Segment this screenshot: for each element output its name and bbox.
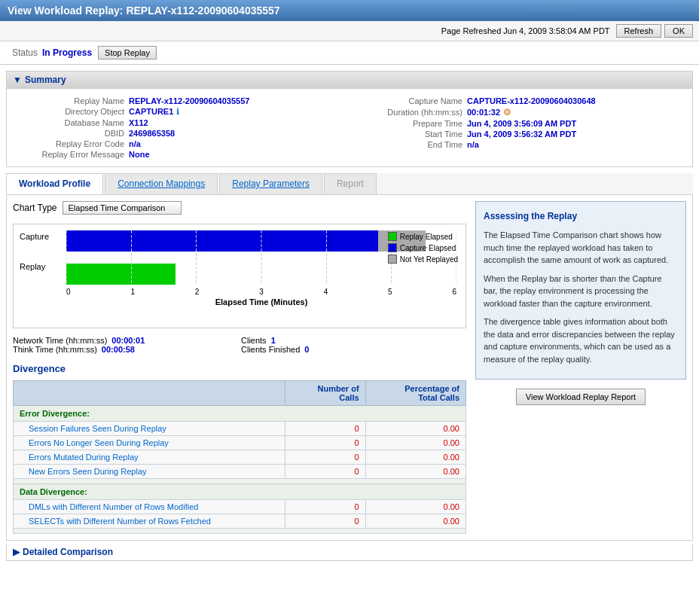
summary-section: ▼ Summary Replay Name REPLAY-x112-200906… [6,71,693,167]
row-pct: 0.00 [365,465,465,479]
stats-row: Network Time (hh:mm:ss) 00:00:01 Think T… [13,336,466,354]
error-code-row: Replay Error Code n/a [19,139,342,148]
summary-header[interactable]: ▼ Summary [7,72,692,89]
table-row: Error Divergence: [14,406,466,422]
legend-replay-label: Replay Elapsed [400,233,453,241]
capture-name-label: Capture Name [357,96,462,105]
row-pct: 0.00 [365,500,465,514]
row-label: New Errors Seen During Replay [14,465,285,479]
replay-name-row: Replay Name REPLAY-x112-20090604035557 [19,96,342,105]
summary-title: Summary [25,75,66,85]
chart-legend: Replay Elapsed Capture Elapsed Not Yet R… [388,232,458,266]
end-time-row: End Time n/a [357,140,680,149]
chart-type-select[interactable]: Elapsed Time Comparison [63,201,182,215]
table-row: DMLs with Different Number of Rows Modif… [14,500,466,514]
tab-report: Report [324,173,377,194]
legend-capture: Capture Elapsed [388,243,458,252]
replay-name-value: REPLAY-x112-20090604035557 [129,96,249,105]
assessing-title: Assessing the Replay [484,209,678,223]
legend-not-replayed-box [388,255,397,264]
think-time-label: Think Time (hh:mm:ss) [13,345,97,354]
tab-workload-profile[interactable]: Workload Profile [6,173,103,194]
col-header-calls: Number ofCalls [285,381,365,406]
capture-y-label: Capture [20,232,49,241]
start-time-label: Start Time [357,130,462,139]
tab-replay-parameters[interactable]: Replay Parameters [219,173,322,194]
replay-name-label: Replay Name [19,96,124,105]
top-bar: Page Refreshed Jun 4, 2009 3:58:04 AM PD… [0,21,699,41]
dbid-row: DBID 2469865358 [19,129,342,138]
replay-green-bar [66,264,176,285]
network-time-item: Network Time (hh:mm:ss) 00:00:01 [13,336,238,345]
summary-left-col: Replay Name REPLAY-x112-20090604035557 D… [19,95,342,160]
tabs-container: Workload Profile Connection Mappings Rep… [6,173,693,195]
table-row: Data Divergence: [14,484,466,500]
row-label: DMLs with Different Number of Rows Modif… [14,500,285,514]
network-time-value: 00:00:01 [111,336,145,345]
row-calls: 0 [285,465,365,479]
duration-row: Duration (hh:mm:ss) 00:01:32 ⚙ [357,107,680,117]
row-label: SELECTs with Different Number of Rows Fe… [14,514,285,529]
db-name-label: Database Name [19,118,124,127]
row-label: Errors No Longer Seen During Replay [14,436,285,450]
prepare-time-label: Prepare Time [357,119,462,128]
assessing-box: Assessing the Replay The Elapsed Time Co… [475,201,686,380]
row-pct: 0.00 [365,436,465,450]
page-header: View Workload Replay: REPLAY-x112-200906… [0,0,699,21]
table-row: New Errors Seen During Replay 0 0.00 [14,465,466,479]
divergence-table: Number ofCalls Percentage ofTotal Calls … [13,380,466,534]
think-time-value: 00:00:58 [102,345,135,354]
table-row: Errors Mutated During Replay 0 0.00 [14,450,466,465]
table-row [14,529,466,534]
directory-label: Directory Object [19,107,124,116]
duration-value: 00:01:32 [467,108,500,117]
divergence-table-header: Number ofCalls Percentage ofTotal Calls [14,381,466,406]
tab-connection-mappings[interactable]: Connection Mappings [105,173,218,194]
error-msg-value: None [129,150,150,159]
summary-right-col: Capture Name CAPTURE-x112-20090604030648… [357,95,680,160]
refresh-button[interactable]: Refresh [616,24,662,38]
replay-y-label: Replay [20,262,49,271]
db-name-value: X112 [129,118,148,127]
start-time-row: Start Time Jun 4, 2009 3:56:32 AM PDT [357,130,680,139]
view-report-button[interactable]: View Workload Replay Report [516,389,646,405]
replay-bar-row [66,264,456,285]
legend-replay-box [388,232,397,241]
row-calls: 0 [285,450,365,465]
think-time-item: Think Time (hh:mm:ss) 00:00:58 [13,345,238,354]
clients-finished-label: Clients Finished [241,345,300,354]
ok-button[interactable]: OK [664,24,693,38]
table-row [14,479,466,484]
category-label: Data Divergence: [14,484,466,500]
prepare-time-value: Jun 4, 2009 3:56:09 AM PDT [467,119,576,128]
row-calls: 0 [285,514,365,529]
chart-type-row: Chart Type Elapsed Time Comparison [13,201,466,215]
info-icon[interactable]: ℹ [176,107,179,117]
start-time-value: Jun 4, 2009 3:56:32 AM PDT [467,130,576,139]
legend-capture-label: Capture Elapsed [400,244,456,252]
table-row: SELECTs with Different Number of Rows Fe… [14,514,466,529]
x-axis-title: Elapsed Time (Minutes) [66,297,456,306]
clients-finished-item: Clients Finished 0 [241,345,466,354]
detailed-comparison[interactable]: ▶ Detailed Comparison [6,544,693,561]
end-time-value: n/a [467,140,479,149]
row-calls: 0 [285,500,365,514]
row-calls: 0 [285,422,365,436]
stop-replay-button[interactable]: Stop Replay [98,46,157,59]
row-pct: 0.00 [365,422,465,436]
assessing-para-2: When the Replay bar is shorter than the … [484,273,678,310]
duration-edit-icon[interactable]: ⚙ [503,107,511,117]
clients-finished-value: 0 [304,345,309,354]
legend-capture-box [388,243,397,252]
page-refreshed-label: Page Refreshed Jun 4, 2009 3:58:04 AM PD… [441,26,610,35]
directory-value: CAPTURE1 [129,107,173,116]
clients-label: Clients [241,336,267,345]
error-msg-label: Replay Error Message [19,150,124,159]
error-msg-row: Replay Error Message None [19,150,342,159]
divergence-header: Divergence [13,363,466,374]
right-panel: Assessing the Replay The Elapsed Time Co… [475,201,686,534]
chart-container: Capture Replay [13,224,466,328]
detailed-comparison-label: Detailed Comparison [23,547,113,557]
end-time-label: End Time [357,140,462,149]
detailed-comparison-icon: ▶ [13,547,20,557]
